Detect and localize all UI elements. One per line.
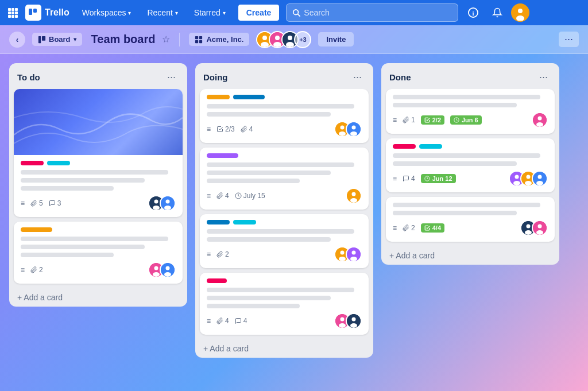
more-members-count[interactable]: +3	[294, 31, 311, 48]
list-icon: ≡	[207, 192, 211, 200]
tag-purple	[207, 153, 238, 158]
invite-button[interactable]: Invite	[318, 32, 354, 47]
recent-menu[interactable]: Recent ▾	[141, 6, 183, 20]
view-selector[interactable]: Board ▾	[32, 33, 82, 46]
add-card-doing[interactable]: + Add a card	[195, 339, 373, 358]
list-icon: ≡	[21, 266, 25, 274]
card-done-1[interactable]: ≡ 1 2/2 Jun 6	[386, 89, 555, 134]
card-todo-2[interactable]: ≡ 2	[14, 222, 183, 284]
notifications-button[interactable]	[488, 3, 506, 22]
svg-point-50	[350, 131, 357, 136]
app-logo[interactable]: Trello	[25, 5, 69, 21]
column-todo-title: To do	[17, 72, 40, 82]
list-icon: ≡	[393, 224, 397, 232]
card-body: ≡ 2	[200, 214, 369, 268]
column-done-menu[interactable]: ···	[536, 70, 551, 84]
card-doing-4[interactable]: ≡ 4 4	[200, 273, 369, 335]
svg-point-35	[153, 206, 160, 210]
list-icon: ≡	[207, 250, 211, 258]
apps-button[interactable]	[5, 5, 21, 21]
card-doing-2[interactable]: ≡ 4 July 15	[200, 148, 369, 210]
search-icon	[292, 9, 300, 17]
card-tags	[393, 144, 548, 149]
svg-point-70	[536, 122, 543, 127]
attachment-count: 1	[403, 116, 415, 124]
card-body: ≡ 5 3	[14, 155, 183, 217]
svg-point-31	[288, 36, 292, 40]
info-button[interactable]: i	[464, 3, 482, 22]
search-bar[interactable]: Search	[286, 3, 458, 22]
svg-rect-5	[15, 11, 18, 14]
card-meta: ≡ 4 Jun 12	[393, 174, 504, 183]
star-button[interactable]: ☆	[162, 34, 170, 45]
board-title: Team board	[91, 33, 156, 46]
card-body: ≡ 4 4	[200, 273, 369, 335]
add-card-done[interactable]: + Add a card	[381, 246, 559, 265]
attachment-count: 2	[30, 266, 43, 274]
board-header: ‹ Board ▾ Team board ☆ Acme, Inc. +3	[0, 25, 588, 54]
card-doing-1[interactable]: ≡ 2/3 4	[200, 89, 369, 143]
sidebar-toggle[interactable]: ‹	[9, 32, 25, 48]
card-footer: ≡ 4 4	[207, 313, 362, 329]
svg-point-65	[352, 318, 356, 322]
card-avatar	[532, 220, 548, 236]
column-doing-menu[interactable]: ···	[350, 70, 365, 84]
tag-blue	[233, 95, 265, 99]
card-todo-1[interactable]: ≡ 5 3	[14, 89, 183, 217]
avatar-image	[512, 5, 528, 21]
bell-icon	[492, 7, 502, 18]
card-tags	[207, 278, 362, 283]
board-content: To do ···	[0, 54, 588, 391]
tag-cyan	[47, 161, 70, 165]
attachment-count: 2	[216, 250, 229, 258]
user-avatar[interactable]	[511, 3, 529, 22]
card-lines	[393, 153, 548, 166]
card-lines	[207, 229, 362, 242]
create-button[interactable]: Create	[238, 5, 280, 21]
tag-blue	[207, 220, 230, 224]
column-done-cards: ≡ 1 2/2 Jun 6	[381, 89, 559, 246]
svg-point-57	[339, 257, 346, 261]
svg-rect-0	[8, 8, 11, 11]
svg-point-43	[166, 266, 170, 270]
card-avatars	[532, 112, 548, 128]
svg-point-69	[538, 117, 542, 121]
add-card-todo[interactable]: + Add a card	[9, 288, 187, 307]
board-members: +3	[256, 31, 311, 48]
svg-point-41	[153, 272, 160, 277]
svg-point-44	[164, 272, 171, 277]
svg-point-25	[262, 36, 267, 40]
card-done-3[interactable]: ≡ 2 4/4	[386, 197, 555, 242]
workspaces-chevron: ▾	[128, 10, 131, 16]
card-avatars	[334, 121, 362, 137]
card-body: ≡ 2	[14, 222, 183, 284]
card-body: ≡ 4 July 15	[200, 148, 369, 210]
svg-point-63	[339, 323, 346, 328]
attachment-count: 2	[403, 224, 415, 232]
list-icon: ≡	[393, 116, 397, 124]
board-more-button[interactable]: ···	[559, 32, 579, 47]
svg-point-76	[527, 175, 531, 179]
tag-pink	[21, 161, 44, 165]
workspaces-menu[interactable]: Workspaces ▾	[76, 6, 137, 20]
column-todo-menu[interactable]: ···	[164, 70, 179, 84]
column-doing: Doing ··· ≡	[195, 63, 373, 358]
card-done-2[interactable]: ≡ 4 Jun 12	[386, 138, 555, 192]
starred-menu[interactable]: Starred ▾	[188, 6, 231, 20]
card-doing-3[interactable]: ≡ 2	[200, 214, 369, 268]
card-avatar	[160, 262, 176, 278]
svg-rect-2	[15, 8, 18, 11]
card-footer: ≡ 4 Jun 12	[393, 171, 548, 187]
column-todo-header: To do ···	[9, 63, 187, 89]
svg-line-12	[298, 14, 300, 17]
card-meta: ≡ 2	[207, 250, 330, 258]
workspace-selector[interactable]: Acme, Inc.	[189, 33, 249, 46]
comment-count: 4	[235, 317, 247, 325]
card-tags	[207, 153, 362, 158]
svg-rect-22	[195, 40, 198, 42]
card-lines	[21, 170, 176, 191]
attachment-count: 4	[241, 125, 253, 133]
tag-cyan	[233, 220, 256, 224]
svg-rect-3	[8, 11, 11, 14]
tag-pink	[393, 144, 416, 149]
